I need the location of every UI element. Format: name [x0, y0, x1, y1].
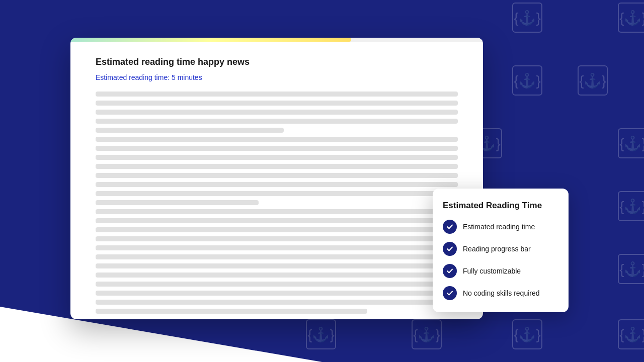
feature-text-1: Estimated reading time: [463, 223, 535, 231]
skeleton-line: [96, 92, 458, 97]
feature-item-4: No coding skills required: [443, 286, 558, 300]
check-icon-2: [443, 242, 457, 256]
skeleton-line: [96, 300, 458, 305]
reading-time-label: Estimated reading time: 5 minutes: [96, 73, 458, 81]
anchor-icon: {⚓}: [306, 319, 336, 349]
skeleton-line: [96, 282, 458, 287]
skeleton-line: [96, 155, 458, 160]
feature-card: Estimated Reading Time Estimated reading…: [433, 189, 569, 312]
anchor-icon: {⚓}: [618, 254, 644, 284]
skeleton-line: [96, 128, 284, 133]
check-icon-4: [443, 286, 457, 300]
skeleton-line: [96, 146, 458, 151]
feature-text-3: Fully customizable: [463, 267, 521, 275]
skeleton-line: [96, 245, 458, 250]
anchor-icon: {⚓}: [512, 3, 542, 33]
anchor-icon: {⚓}: [618, 128, 644, 158]
check-icon-3: [443, 264, 457, 278]
card-content: Estimated reading time happy news Estima…: [70, 42, 483, 319]
skeleton-line: [96, 137, 458, 142]
anchor-icon: {⚓}: [618, 191, 644, 221]
skeleton-line: [96, 101, 458, 106]
skeleton-line: [96, 182, 458, 187]
skeleton-line: [96, 227, 458, 232]
feature-text-2: Reading progress bar: [463, 245, 531, 253]
skeleton-line: [96, 254, 458, 259]
anchor-icon: {⚓}: [512, 65, 542, 96]
feature-text-4: No coding skills required: [463, 289, 540, 297]
feature-card-title: Estimated Reading Time: [443, 201, 558, 211]
anchor-icon: {⚓}: [512, 319, 542, 349]
feature-item-1: Estimated reading time: [443, 220, 558, 234]
skeleton-line: [96, 263, 458, 268]
skeleton-line: [96, 110, 458, 115]
check-icon-1: [443, 220, 457, 234]
article-title: Estimated reading time happy news: [96, 57, 458, 67]
anchor-icon: {⚓}: [578, 65, 608, 96]
anchor-icon: {⚓}: [618, 3, 644, 33]
skeleton-line: [96, 236, 458, 241]
article-body-skeleton: [96, 92, 458, 314]
anchor-icon: {⚓}: [618, 319, 644, 349]
skeleton-line: [96, 173, 458, 178]
progress-bar-container: [70, 38, 483, 42]
skeleton-line: [96, 218, 458, 223]
skeleton-line: [96, 200, 259, 205]
skeleton-line: [96, 209, 458, 214]
article-card: Estimated reading time happy news Estima…: [70, 38, 483, 319]
skeleton-line: [96, 273, 458, 278]
progress-bar-fill: [70, 38, 351, 42]
skeleton-line: [96, 119, 458, 124]
skeleton-line: [96, 291, 458, 296]
skeleton-line: [96, 164, 458, 169]
feature-item-3: Fully customizable: [443, 264, 558, 278]
skeleton-line: [96, 191, 458, 196]
anchor-icon: {⚓}: [412, 319, 442, 349]
feature-item-2: Reading progress bar: [443, 242, 558, 256]
skeleton-line: [96, 309, 367, 314]
